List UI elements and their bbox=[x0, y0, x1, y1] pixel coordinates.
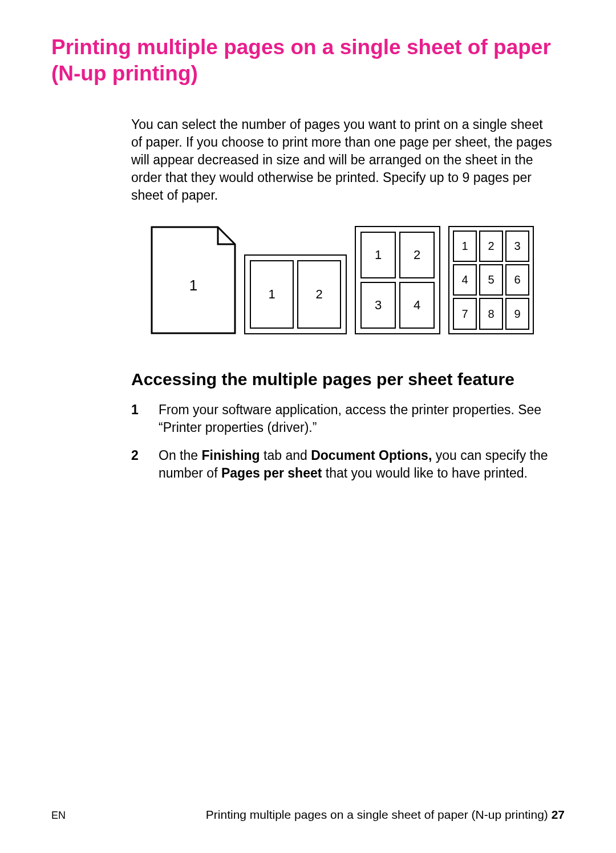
diagram-cell: 7 bbox=[453, 298, 477, 329]
diagram-sheet-2up: 1 2 bbox=[244, 254, 347, 334]
diagram-sheet-4up: 1 2 3 4 bbox=[355, 226, 440, 334]
diagram-sheet-1up: 1 bbox=[151, 226, 236, 334]
diagram-cell: 2 bbox=[479, 231, 503, 262]
diagram-cell: 2 bbox=[297, 260, 341, 329]
step-number: 1 bbox=[131, 401, 141, 436]
step-text: On the Finishing tab and Document Option… bbox=[159, 447, 553, 482]
diagram-cell: 1 bbox=[360, 232, 396, 278]
diagram-cell: 2 bbox=[399, 232, 435, 278]
step-item: 2 On the Finishing tab and Document Opti… bbox=[131, 447, 553, 482]
diagram-cell: 5 bbox=[479, 264, 503, 296]
nup-diagram: 1 1 2 1 2 3 4 1 2 3 4 5 6 7 8 9 bbox=[131, 226, 553, 334]
step-number: 2 bbox=[131, 447, 141, 482]
diagram-cell: 6 bbox=[505, 264, 529, 296]
step-text: From your software application, access t… bbox=[159, 401, 553, 436]
diagram-cell: 1 bbox=[453, 231, 477, 262]
diagram-cell: 9 bbox=[505, 298, 529, 329]
diagram-cell: 4 bbox=[399, 282, 435, 329]
page-title: Printing multiple pages on a single shee… bbox=[51, 34, 565, 87]
content-block: You can select the number of pages you w… bbox=[131, 116, 553, 483]
diagram-sheet-9up: 1 2 3 4 5 6 7 8 9 bbox=[448, 226, 534, 334]
step-item: 1 From your software application, access… bbox=[131, 401, 553, 436]
diagram-cell: 4 bbox=[453, 264, 477, 296]
diagram-cell: 3 bbox=[505, 231, 529, 262]
diagram-cell: 3 bbox=[360, 282, 396, 329]
footer-language: EN bbox=[51, 810, 66, 822]
footer-page-number: 27 bbox=[552, 808, 565, 821]
section-heading: Accessing the multiple pages per sheet f… bbox=[131, 369, 553, 390]
diagram-cell: 1 bbox=[189, 277, 197, 294]
diagram-cell: 8 bbox=[479, 298, 503, 329]
page-footer: EN Printing multiple pages on a single s… bbox=[51, 808, 565, 822]
intro-paragraph: You can select the number of pages you w… bbox=[131, 116, 553, 204]
steps-list: 1 From your software application, access… bbox=[131, 401, 553, 482]
footer-caption: Printing multiple pages on a single shee… bbox=[206, 808, 565, 822]
diagram-cell: 1 bbox=[250, 260, 294, 329]
